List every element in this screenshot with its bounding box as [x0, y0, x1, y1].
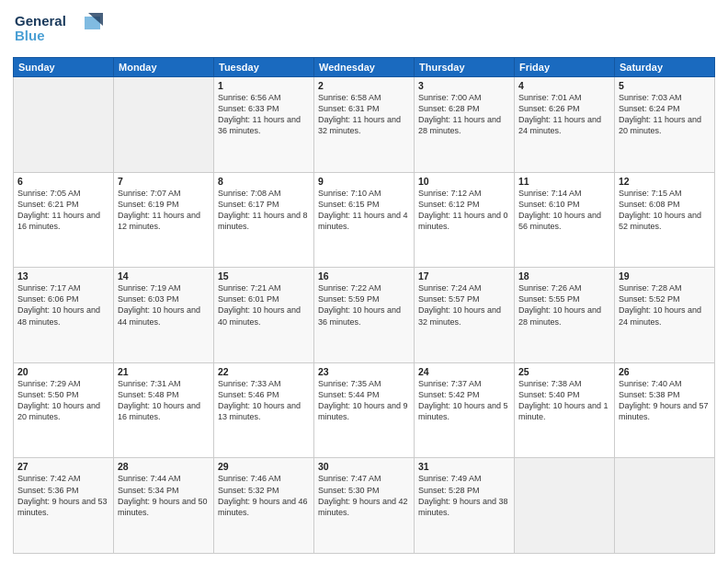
calendar-header-row: SundayMondayTuesdayWednesdayThursdayFrid… — [14, 58, 715, 77]
logo-text: General Blue — [13, 9, 105, 52]
day-number: 24 — [418, 366, 510, 377]
day-number: 25 — [518, 366, 610, 377]
cell-info: Sunrise: 7:46 AMSunset: 5:32 PMDaylight:… — [218, 474, 308, 516]
calendar-cell: 16Sunrise: 7:22 AMSunset: 5:59 PMDayligh… — [314, 268, 415, 363]
calendar-cell: 27Sunrise: 7:42 AMSunset: 5:36 PMDayligh… — [14, 458, 114, 554]
cell-info: Sunrise: 7:14 AMSunset: 6:10 PMDaylight:… — [518, 189, 601, 231]
cell-info: Sunrise: 7:24 AMSunset: 5:57 PMDaylight:… — [418, 283, 501, 326]
header: General Blue — [13, 9, 715, 52]
cell-info: Sunrise: 7:38 AMSunset: 5:40 PMDaylight:… — [518, 379, 609, 421]
calendar-cell: 24Sunrise: 7:37 AMSunset: 5:42 PMDayligh… — [415, 362, 515, 458]
calendar-cell: 9Sunrise: 7:10 AMSunset: 6:15 PMDaylight… — [314, 172, 415, 268]
day-header-friday: Friday — [515, 58, 615, 77]
cell-info: Sunrise: 7:22 AMSunset: 5:59 PMDaylight:… — [318, 283, 401, 326]
cell-info: Sunrise: 7:31 AMSunset: 5:48 PMDaylight:… — [118, 379, 200, 421]
calendar-cell: 2Sunrise: 6:58 AMSunset: 6:31 PMDaylight… — [314, 77, 415, 173]
calendar-table: SundayMondayTuesdayWednesdayThursdayFrid… — [13, 57, 715, 554]
calendar-cell: 22Sunrise: 7:33 AMSunset: 5:46 PMDayligh… — [214, 362, 314, 458]
calendar-cell: 8Sunrise: 7:08 AMSunset: 6:17 PMDaylight… — [214, 172, 314, 268]
day-number: 12 — [619, 176, 711, 187]
calendar-cell: 11Sunrise: 7:14 AMSunset: 6:10 PMDayligh… — [515, 172, 615, 268]
cell-info: Sunrise: 7:10 AMSunset: 6:15 PMDaylight:… — [318, 189, 408, 231]
day-number: 10 — [418, 176, 510, 187]
calendar-cell — [114, 77, 214, 173]
day-number: 28 — [118, 461, 210, 472]
logo: General Blue — [13, 9, 105, 52]
calendar-cell — [14, 77, 114, 173]
day-header-sunday: Sunday — [14, 58, 114, 77]
cell-info: Sunrise: 7:33 AMSunset: 5:46 PMDaylight:… — [218, 379, 301, 421]
cell-info: Sunrise: 6:56 AMSunset: 6:33 PMDaylight:… — [218, 93, 301, 135]
calendar-week-row: 13Sunrise: 7:17 AMSunset: 6:06 PMDayligh… — [14, 268, 715, 363]
calendar-cell: 7Sunrise: 7:07 AMSunset: 6:19 PMDaylight… — [114, 172, 214, 268]
calendar-cell: 23Sunrise: 7:35 AMSunset: 5:44 PMDayligh… — [314, 362, 415, 458]
day-number: 5 — [619, 80, 711, 91]
cell-info: Sunrise: 7:03 AMSunset: 6:24 PMDaylight:… — [619, 93, 701, 135]
day-header-wednesday: Wednesday — [314, 58, 415, 77]
cell-info: Sunrise: 7:49 AMSunset: 5:28 PMDaylight:… — [418, 474, 508, 516]
calendar-cell: 28Sunrise: 7:44 AMSunset: 5:34 PMDayligh… — [114, 458, 214, 554]
day-number: 19 — [619, 270, 711, 282]
cell-info: Sunrise: 7:05 AMSunset: 6:21 PMDaylight:… — [17, 189, 100, 231]
calendar-week-row: 1Sunrise: 6:56 AMSunset: 6:33 PMDaylight… — [14, 77, 715, 173]
day-number: 21 — [118, 366, 210, 377]
day-number: 27 — [17, 461, 109, 472]
cell-info: Sunrise: 7:12 AMSunset: 6:12 PMDaylight:… — [418, 189, 508, 231]
calendar-cell: 29Sunrise: 7:46 AMSunset: 5:32 PMDayligh… — [214, 458, 314, 554]
day-number: 20 — [17, 366, 109, 377]
cell-info: Sunrise: 7:44 AMSunset: 5:34 PMDaylight:… — [118, 474, 208, 516]
cell-info: Sunrise: 7:07 AMSunset: 6:19 PMDaylight:… — [118, 189, 200, 231]
day-number: 16 — [318, 270, 410, 282]
cell-info: Sunrise: 7:35 AMSunset: 5:44 PMDaylight:… — [318, 379, 408, 421]
calendar-cell: 10Sunrise: 7:12 AMSunset: 6:12 PMDayligh… — [415, 172, 515, 268]
day-number: 13 — [17, 270, 109, 282]
calendar-cell: 4Sunrise: 7:01 AMSunset: 6:26 PMDaylight… — [515, 77, 615, 173]
day-header-saturday: Saturday — [615, 58, 715, 77]
calendar-cell: 20Sunrise: 7:29 AMSunset: 5:50 PMDayligh… — [14, 362, 114, 458]
cell-info: Sunrise: 7:01 AMSunset: 6:26 PMDaylight:… — [518, 93, 601, 135]
cell-info: Sunrise: 7:28 AMSunset: 5:52 PMDaylight:… — [619, 283, 701, 326]
calendar-week-row: 20Sunrise: 7:29 AMSunset: 5:50 PMDayligh… — [14, 362, 715, 458]
calendar-cell: 19Sunrise: 7:28 AMSunset: 5:52 PMDayligh… — [615, 268, 715, 363]
cell-info: Sunrise: 7:00 AMSunset: 6:28 PMDaylight:… — [418, 93, 501, 135]
calendar-cell: 17Sunrise: 7:24 AMSunset: 5:57 PMDayligh… — [415, 268, 515, 363]
calendar-cell: 21Sunrise: 7:31 AMSunset: 5:48 PMDayligh… — [114, 362, 214, 458]
calendar-cell: 18Sunrise: 7:26 AMSunset: 5:55 PMDayligh… — [515, 268, 615, 363]
day-number: 11 — [518, 176, 610, 187]
day-number: 26 — [619, 366, 711, 377]
svg-text:Blue: Blue — [15, 28, 45, 43]
day-number: 22 — [218, 366, 310, 377]
calendar-cell — [615, 458, 715, 554]
day-number: 7 — [118, 176, 210, 187]
day-number: 23 — [318, 366, 410, 377]
calendar-cell: 25Sunrise: 7:38 AMSunset: 5:40 PMDayligh… — [515, 362, 615, 458]
calendar-cell: 6Sunrise: 7:05 AMSunset: 6:21 PMDaylight… — [14, 172, 114, 268]
cell-info: Sunrise: 7:08 AMSunset: 6:17 PMDaylight:… — [218, 189, 308, 231]
day-number: 29 — [218, 461, 310, 472]
calendar-week-row: 27Sunrise: 7:42 AMSunset: 5:36 PMDayligh… — [14, 458, 715, 554]
svg-text:General: General — [15, 13, 66, 29]
cell-info: Sunrise: 7:37 AMSunset: 5:42 PMDaylight:… — [418, 379, 508, 421]
day-header-monday: Monday — [114, 58, 214, 77]
day-number: 9 — [318, 176, 410, 187]
calendar-cell: 14Sunrise: 7:19 AMSunset: 6:03 PMDayligh… — [114, 268, 214, 363]
cell-info: Sunrise: 7:19 AMSunset: 6:03 PMDaylight:… — [118, 283, 200, 326]
day-number: 15 — [218, 270, 310, 282]
cell-info: Sunrise: 7:15 AMSunset: 6:08 PMDaylight:… — [619, 189, 701, 231]
calendar-cell: 12Sunrise: 7:15 AMSunset: 6:08 PMDayligh… — [615, 172, 715, 268]
calendar-cell — [515, 458, 615, 554]
cell-info: Sunrise: 7:26 AMSunset: 5:55 PMDaylight:… — [518, 283, 601, 326]
day-number: 17 — [418, 270, 510, 282]
calendar-cell: 5Sunrise: 7:03 AMSunset: 6:24 PMDaylight… — [615, 77, 715, 173]
cell-info: Sunrise: 7:42 AMSunset: 5:36 PMDaylight:… — [17, 474, 108, 516]
calendar-cell: 3Sunrise: 7:00 AMSunset: 6:28 PMDaylight… — [415, 77, 515, 173]
calendar-cell: 13Sunrise: 7:17 AMSunset: 6:06 PMDayligh… — [14, 268, 114, 363]
day-number: 3 — [418, 80, 510, 91]
day-number: 30 — [318, 461, 410, 472]
day-number: 31 — [418, 461, 510, 472]
calendar-week-row: 6Sunrise: 7:05 AMSunset: 6:21 PMDaylight… — [14, 172, 715, 268]
day-number: 8 — [218, 176, 310, 187]
day-number: 14 — [118, 270, 210, 282]
day-number: 6 — [17, 176, 109, 187]
day-number: 2 — [318, 80, 410, 91]
